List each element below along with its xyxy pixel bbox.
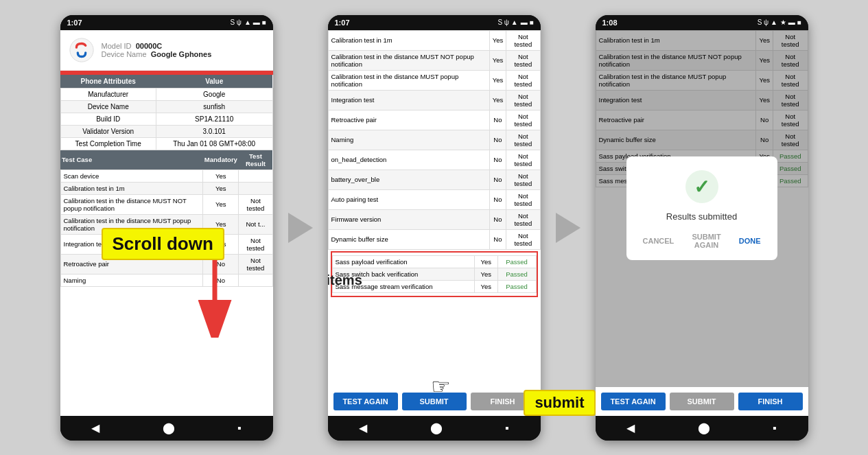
home-button-3[interactable]: ⬤	[698, 421, 710, 434]
table-row: Calibration test in 1mYesNot tested	[328, 30, 540, 50]
table-row: Integration testYesNot tested	[60, 234, 272, 254]
sass-row: Sass message stream verificationYesPasse…	[332, 280, 536, 292]
back-button-1[interactable]: ◀	[91, 421, 99, 434]
table-row: battery_over_bleNoNot tested	[328, 170, 540, 189]
sass-label: SASS items	[328, 272, 362, 288]
phone3-wrapper: 1:08 S ψ ▲ ★ ▬ ■ Calibration test in 1mY…	[596, 15, 808, 441]
device-info: Model ID 00000C Device Name Google Gphon…	[102, 42, 212, 58]
phone3-screen: Calibration test in 1mYesNot tested Cali…	[596, 30, 808, 416]
phone1-wrapper: 1:07 S ψ ▲ ▬ ■ Mode	[60, 15, 273, 441]
arrow-right-icon-2	[556, 213, 580, 243]
phone1-screen: Model ID 00000C Device Name Google Gphon…	[60, 30, 273, 416]
status-icons-2: S ψ ▲ ▬ ■	[497, 19, 533, 26]
submit-label: submit	[535, 394, 584, 411]
attr-row: Test Completion TimeThu Jan 01 08 GMT+08…	[60, 137, 272, 150]
phone2-wrapper: 1:07 S ψ ▲ ▬ ■ Calibration test in 1mYes…	[328, 15, 541, 441]
test-again-button-3[interactable]: TEST AGAIN	[601, 393, 666, 410]
finish-button-2[interactable]: FINISH	[471, 393, 535, 410]
arrow-right-icon-1	[288, 213, 313, 243]
test-table-2: Calibration test in 1mYesNot tested Cali…	[328, 30, 541, 250]
test-table-scroll-3[interactable]: Calibration test in 1mYesNot tested Cali…	[596, 30, 808, 387]
sass-row: Sass switch back verificationYesPassed	[332, 268, 536, 280]
time-1: 1:07	[67, 19, 82, 27]
model-id-row: Model ID 00000C	[102, 42, 212, 50]
attr-row: Validator Version3.0.101	[60, 125, 272, 137]
arrow-1-2	[273, 213, 328, 243]
table-row: Calibration test in the distance MUST po…	[60, 214, 272, 234]
table-row: Integration testYesNot tested	[328, 90, 540, 110]
submit-button-3[interactable]: SUBMIT	[670, 393, 734, 410]
attr-col-2: Value	[156, 75, 272, 89]
table-row: Firmware versionNoNot tested	[328, 209, 540, 229]
test-table-scroll-2[interactable]: Calibration test in 1mYesNot tested Cali…	[328, 30, 541, 387]
home-button-1[interactable]: ⬤	[163, 421, 175, 434]
attr-col-1: Phone Attributes	[60, 75, 156, 89]
device-name-row: Device Name Google Gphones	[102, 50, 212, 58]
table-row: Dynamic buffer sizeNoNot tested	[328, 229, 540, 249]
signal-icon-2: S ψ ▲	[497, 19, 517, 26]
home-button-2[interactable]: ⬤	[430, 421, 443, 434]
results-modal: ✓ Results submitted CANCEL SUBMIT AGAIN …	[626, 156, 777, 260]
sass-section: Sass payload verificationYesPassed Sass …	[328, 251, 541, 297]
test-table-scroll-1[interactable]: Test Case Mandatory Test Result Scan dev…	[60, 150, 273, 416]
attr-row: ManufacturerGoogle	[60, 88, 272, 100]
svg-point-0	[69, 38, 93, 61]
table-row: on_head_detectionNoNot tested	[328, 150, 540, 170]
table-row: Calibration test in the distance MUST NO…	[60, 194, 272, 214]
modal-title: Results submitted	[666, 211, 737, 222]
nav-bar-2: ◀ ⬤ ▪	[328, 416, 541, 441]
sass-table: Sass payload verificationYesPassed Sass …	[332, 255, 537, 293]
modal-submit-again-button[interactable]: SUBMIT AGAIN	[686, 230, 726, 252]
status-bar-1: 1:07 S ψ ▲ ▬ ■	[60, 15, 273, 30]
wifi-icon-3: ★ ▬ ■	[780, 19, 801, 26]
phone2-screen: Calibration test in 1mYesNot tested Cali…	[328, 30, 541, 416]
signal-icon-1: S ψ	[230, 19, 242, 26]
attr-table: Phone Attributes Value ManufacturerGoogl…	[60, 75, 273, 150]
status-icons-3: S ψ ▲ ★ ▬ ■	[758, 19, 801, 26]
arrow-2-3	[541, 213, 596, 243]
modal-done-button[interactable]: DONE	[734, 230, 766, 252]
modal-cancel-button[interactable]: CANCEL	[637, 230, 680, 252]
status-bar-3: 1:08 S ψ ▲ ★ ▬ ■	[596, 15, 808, 30]
table-row: NamingNo	[60, 274, 272, 286]
test-col-3: Test Result	[239, 150, 272, 170]
table-row: NamingNoNot tested	[328, 130, 540, 150]
table-row: Calibration test in 1mYes	[60, 182, 272, 194]
test-again-button-2[interactable]: TEST AGAIN	[333, 393, 398, 410]
attr-row: Device Namesunfish	[60, 100, 272, 113]
square-button-2[interactable]: ▪	[505, 422, 509, 434]
time-2: 1:07	[335, 19, 350, 27]
nav-bar-1: ◀ ⬤ ▪	[60, 416, 273, 441]
back-button-2[interactable]: ◀	[359, 421, 367, 434]
attr-row: Build IDSP1A.21110	[60, 113, 272, 125]
main-container: 1:07 S ψ ▲ ▬ ■ Mode	[0, 0, 868, 455]
finish-button-3[interactable]: FINISH	[738, 393, 803, 410]
phone1: 1:07 S ψ ▲ ▬ ■ Mode	[60, 15, 273, 441]
table-row: Retroactive pairNoNot tested	[60, 254, 272, 274]
phone3-btn-row: TEST AGAIN SUBMIT FINISH	[596, 387, 808, 416]
signal-icon-3: S ψ ▲	[758, 19, 777, 26]
square-button-3[interactable]: ▪	[773, 422, 777, 434]
submit-button-2[interactable]: SUBMIT	[402, 393, 467, 410]
wifi-icon-2: ▬ ■	[521, 19, 534, 26]
table-row: Scan deviceYes	[60, 170, 272, 182]
table-row: Auto pairing testNoNot tested	[328, 189, 540, 209]
table-row: Retroactive pairNoNot tested	[328, 110, 540, 130]
test-col-1: Test Case	[60, 150, 203, 170]
back-button-3[interactable]: ◀	[626, 421, 635, 434]
square-button-1[interactable]: ▪	[237, 422, 242, 434]
checkmark-icon: ✓	[694, 176, 709, 198]
modal-buttons: CANCEL SUBMIT AGAIN DONE	[637, 230, 766, 252]
test-table-1: Test Case Mandatory Test Result Scan dev…	[60, 150, 273, 287]
phone2: 1:07 S ψ ▲ ▬ ■ Calibration test in 1mYes…	[328, 15, 541, 441]
modal-overlay: ✓ Results submitted CANCEL SUBMIT AGAIN …	[596, 30, 808, 387]
test-col-2: Mandatory	[203, 150, 239, 170]
table-row: Calibration test in the distance MUST po…	[328, 70, 540, 90]
phone2-btn-row: TEST AGAIN SUBMIT FINISH	[328, 387, 541, 416]
phone3: 1:08 S ψ ▲ ★ ▬ ■ Calibration test in 1mY…	[596, 15, 808, 441]
device-logo	[69, 37, 95, 63]
table-row: Calibration test in the distance MUST NO…	[328, 50, 540, 70]
wifi-icon-1: ▲ ▬ ■	[244, 19, 266, 26]
status-bar-2: 1:07 S ψ ▲ ▬ ■	[328, 15, 541, 30]
device-header: Model ID 00000C Device Name Google Gphon…	[60, 30, 273, 71]
